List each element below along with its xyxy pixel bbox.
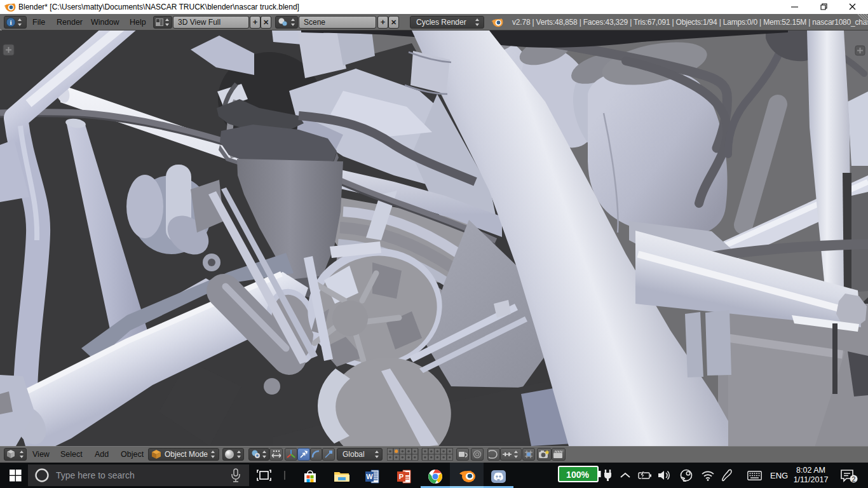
svg-text:i: i — [10, 18, 11, 26]
svg-text:100%: 100% — [566, 470, 589, 480]
svg-text:2: 2 — [852, 475, 856, 483]
svg-text:P: P — [399, 473, 403, 480]
svg-text:W: W — [366, 473, 373, 480]
